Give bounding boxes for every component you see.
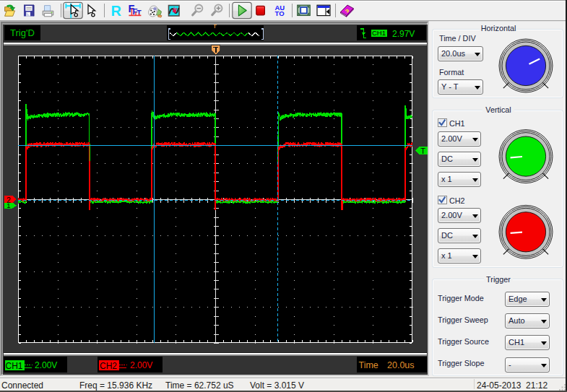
svg-text:R: R xyxy=(111,3,122,19)
svg-text:TO: TO xyxy=(275,9,285,17)
